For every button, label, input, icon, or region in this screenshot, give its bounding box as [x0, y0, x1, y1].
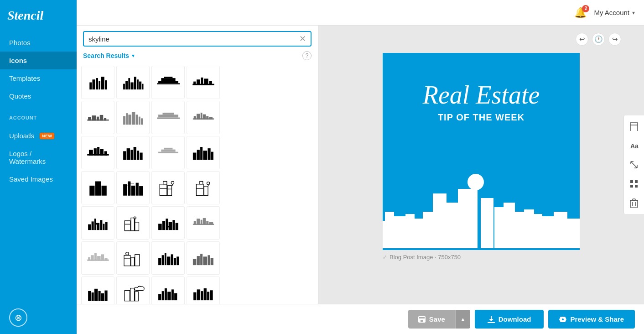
svg-rect-149	[101, 293, 104, 301]
sidebar-item-uploads[interactable]: Uploads NEW	[0, 127, 77, 145]
left-panel: ✕ Search Results ▾ ?	[77, 26, 318, 304]
icons-label: Icons	[9, 57, 27, 64]
results-dropdown-icon[interactable]: ▾	[132, 52, 135, 59]
svg-rect-35	[138, 117, 140, 125]
svg-rect-126	[124, 256, 130, 266]
icon-item[interactable]	[81, 66, 114, 99]
svg-rect-154	[158, 294, 161, 300]
icon-item[interactable]	[81, 136, 114, 169]
app-logo[interactable]: Stencil	[7, 8, 43, 22]
icon-item[interactable]	[116, 136, 150, 169]
sidebar-item-saved[interactable]: Saved Images	[0, 170, 77, 188]
svg-rect-85	[196, 184, 203, 196]
sidebar-item-logos[interactable]: Logos / Watermarks	[0, 145, 77, 170]
clear-search-icon[interactable]: ✕	[299, 35, 306, 43]
sidebar-item-photos[interactable]: Photos	[0, 34, 77, 52]
icon-item[interactable]	[116, 66, 150, 99]
canvas-info: ⤢ Blog Post Image · 750x750	[383, 254, 580, 261]
icon-item[interactable]	[81, 206, 114, 240]
icon-item[interactable]	[187, 136, 220, 169]
resize-icon[interactable]	[626, 157, 642, 173]
svg-rect-114	[197, 219, 200, 225]
canvas-watermark: Stencil	[545, 233, 571, 244]
redo-button[interactable]: ↪	[608, 33, 621, 46]
svg-rect-164	[207, 292, 209, 300]
icon-item[interactable]	[187, 171, 220, 204]
icon-item[interactable]	[187, 101, 220, 134]
svg-rect-21	[201, 78, 203, 85]
svg-rect-46	[209, 117, 213, 120]
svg-rect-142	[203, 256, 207, 265]
svg-rect-110	[175, 223, 178, 230]
icon-item[interactable]	[187, 66, 220, 99]
results-help-icon[interactable]: ?	[302, 51, 312, 60]
svg-rect-41	[193, 116, 196, 120]
icon-item[interactable]	[116, 171, 150, 204]
sidebar-item-quotes[interactable]: Quotes	[0, 87, 77, 105]
icon-item[interactable]	[151, 277, 185, 304]
notification-button[interactable]: 🔔 2	[574, 7, 587, 19]
photos-label: Photos	[9, 39, 31, 47]
history-button[interactable]: 🕐	[592, 33, 605, 46]
icon-item[interactable]	[151, 241, 185, 275]
icon-item[interactable]	[151, 101, 185, 134]
bottom-bar: Save ▲ Download Preview & Share	[77, 304, 644, 334]
svg-rect-151	[125, 291, 130, 301]
svg-rect-93	[94, 219, 96, 230]
svg-rect-1	[92, 79, 95, 89]
svg-rect-127	[131, 257, 135, 266]
sidebar-item-icons[interactable]: Icons	[0, 52, 77, 69]
svg-rect-16	[161, 78, 175, 81]
account-nav: Uploads NEW Logos / Watermarks Saved Ima…	[0, 123, 77, 192]
svg-rect-105	[158, 224, 162, 230]
svg-rect-124	[101, 254, 104, 261]
download-button[interactable]: Download	[475, 310, 544, 329]
grid-icon[interactable]	[626, 176, 642, 192]
icon-item[interactable]	[151, 66, 185, 99]
icon-item[interactable]	[187, 206, 220, 240]
results-title[interactable]: Search Results	[83, 52, 129, 59]
search-input[interactable]	[88, 35, 296, 43]
account-button[interactable]: My Account ▾	[594, 9, 635, 16]
right-panel: ↩ 🕐 ↪ Real Estate TIP OF THE WEEK	[318, 26, 644, 304]
svg-rect-28	[99, 115, 103, 121]
icon-item[interactable]	[81, 171, 114, 204]
preview-share-button[interactable]: Preview & Share	[548, 310, 635, 329]
icon-item[interactable]	[81, 241, 114, 275]
svg-rect-99	[125, 221, 130, 231]
icon-item[interactable]	[151, 171, 185, 204]
svg-rect-197	[433, 193, 447, 248]
svg-rect-37	[157, 118, 180, 119]
icon-item[interactable]	[116, 241, 150, 275]
icon-item[interactable]	[151, 136, 185, 169]
template-icon[interactable]	[626, 118, 642, 135]
new-badge: NEW	[40, 133, 54, 139]
icon-item[interactable]	[81, 101, 114, 134]
undo-button[interactable]: ↩	[576, 33, 588, 46]
delete-icon[interactable]	[626, 195, 642, 211]
svg-rect-68	[95, 181, 101, 195]
icon-item[interactable]	[116, 101, 150, 134]
canvas-size-label: Blog Post Image · 750x750	[390, 254, 461, 261]
svg-rect-8	[128, 78, 130, 89]
icon-item[interactable]	[151, 206, 185, 240]
svg-rect-50	[97, 147, 99, 156]
svg-point-129	[125, 252, 128, 255]
search-box: ✕	[83, 31, 312, 47]
save-dropdown-button[interactable]: ▲	[455, 310, 470, 329]
icon-item[interactable]	[187, 277, 220, 304]
icon-item[interactable]	[187, 241, 220, 275]
icon-item[interactable]	[116, 206, 150, 240]
help-button[interactable]: ⊗	[9, 308, 27, 327]
design-canvas[interactable]: Real Estate TIP OF THE WEEK	[383, 53, 580, 250]
save-button[interactable]: Save	[408, 310, 455, 329]
canvas-subtitle: TIP OF THE WEEK	[438, 112, 525, 123]
sidebar-item-templates[interactable]: Templates	[0, 69, 77, 87]
icon-item[interactable]	[81, 277, 114, 304]
svg-rect-33	[131, 112, 135, 125]
svg-rect-10	[134, 77, 136, 89]
text-icon[interactable]: Aa	[626, 137, 642, 154]
icon-item[interactable]	[116, 277, 150, 304]
svg-rect-30	[123, 116, 125, 125]
svg-rect-216	[630, 185, 633, 188]
